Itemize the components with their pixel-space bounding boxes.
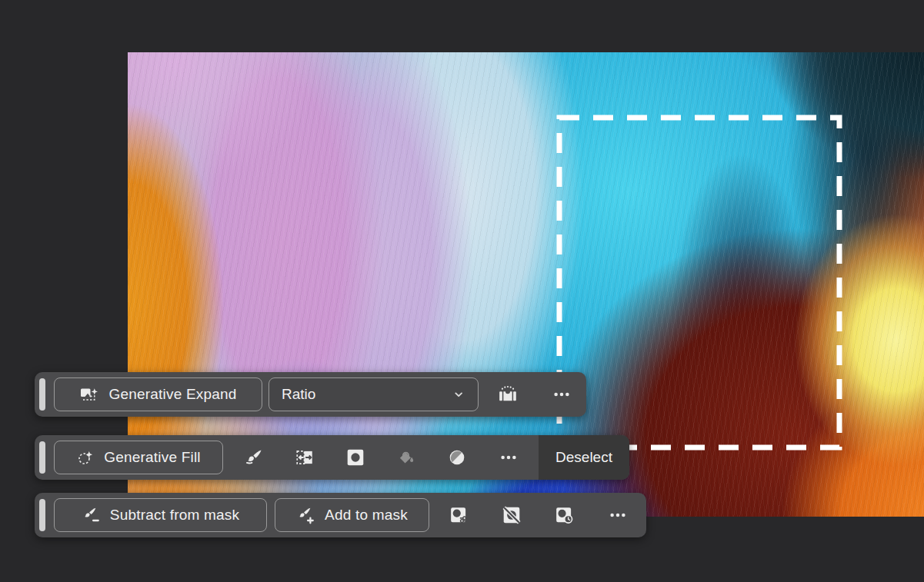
contextual-taskbar-mask: Subtract from mask Add to mask bbox=[35, 493, 646, 537]
mask-settings-icon bbox=[449, 505, 469, 525]
subtract-from-mask-icon bbox=[82, 506, 101, 524]
transform-selection-button[interactable] bbox=[289, 441, 320, 474]
generate-image-icon bbox=[498, 384, 518, 404]
brush-icon bbox=[244, 447, 264, 467]
generative-expand-icon bbox=[79, 385, 99, 404]
fill-more-options-button[interactable] bbox=[493, 441, 524, 474]
contextual-taskbar-generative-fill: Generative Fill bbox=[35, 435, 629, 480]
mask-settings-button[interactable] bbox=[444, 498, 475, 532]
paint-bucket-icon bbox=[396, 447, 416, 467]
contrast-icon bbox=[447, 447, 467, 467]
add-to-mask-button[interactable]: Add to mask bbox=[275, 498, 429, 532]
mask-clock-button[interactable] bbox=[549, 498, 580, 532]
mask-more-options-button[interactable] bbox=[602, 498, 633, 532]
more-options-icon bbox=[499, 447, 519, 467]
generative-fill-icon bbox=[76, 448, 95, 467]
more-options-icon bbox=[552, 384, 572, 404]
deselect-label: Deselect bbox=[555, 449, 612, 466]
drag-handle[interactable] bbox=[39, 378, 45, 411]
drag-handle[interactable] bbox=[39, 441, 45, 474]
generative-fill-button[interactable]: Generative Fill bbox=[54, 441, 223, 474]
ratio-dropdown-value: Ratio bbox=[282, 386, 450, 403]
add-to-mask-label: Add to mask bbox=[325, 507, 408, 524]
generate-image-button[interactable] bbox=[492, 377, 523, 411]
photoshop-workspace: Generative Expand Ratio bbox=[0, 0, 924, 582]
expand-more-options-button[interactable] bbox=[546, 377, 577, 411]
add-mask-button[interactable] bbox=[340, 441, 371, 474]
hide-mask-overlay-button[interactable] bbox=[496, 498, 527, 532]
subtract-from-mask-button[interactable]: Subtract from mask bbox=[54, 498, 267, 532]
hide-mask-overlay-icon bbox=[502, 505, 522, 525]
generative-expand-button[interactable]: Generative Expand bbox=[54, 377, 262, 411]
ratio-dropdown[interactable]: Ratio bbox=[269, 377, 479, 411]
adjustments-button[interactable] bbox=[442, 441, 472, 474]
add-to-mask-icon bbox=[296, 506, 315, 524]
contextual-taskbar-generative-expand: Generative Expand Ratio bbox=[35, 372, 586, 417]
generative-fill-label: Generative Fill bbox=[104, 449, 201, 466]
more-options-icon bbox=[608, 505, 628, 525]
fill-bucket-button[interactable] bbox=[391, 441, 422, 474]
mask-clock-icon bbox=[555, 505, 575, 525]
drag-handle[interactable] bbox=[39, 499, 45, 531]
deselect-button[interactable]: Deselect bbox=[539, 435, 629, 480]
brush-tool-button[interactable] bbox=[239, 441, 269, 474]
subtract-from-mask-label: Subtract from mask bbox=[110, 507, 239, 524]
generative-expand-label: Generative Expand bbox=[108, 386, 236, 403]
transform-selection-icon bbox=[295, 447, 315, 467]
chevron-down-icon bbox=[450, 386, 467, 403]
mask-icon bbox=[345, 447, 365, 467]
